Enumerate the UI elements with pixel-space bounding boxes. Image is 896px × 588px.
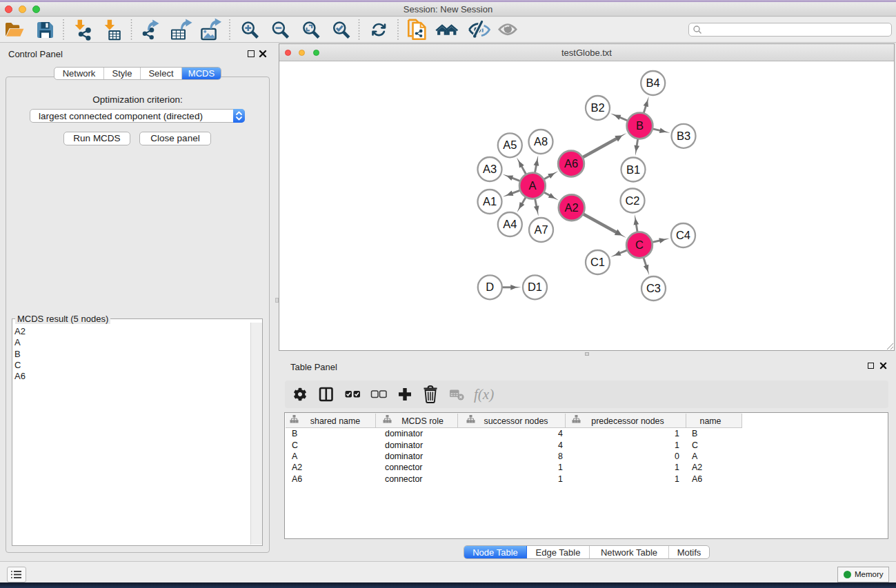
svg-text:D1: D1	[528, 281, 542, 293]
svg-text:A7: A7	[534, 223, 548, 236]
svg-text:B1: B1	[626, 163, 640, 176]
svg-text:C1: C1	[590, 256, 605, 268]
svg-text:A8: A8	[534, 135, 548, 148]
svg-text:A4: A4	[503, 218, 517, 230]
svg-text:D: D	[486, 281, 494, 293]
svg-text:A5: A5	[503, 139, 517, 151]
svg-text:B: B	[636, 119, 644, 132]
svg-text:f(x): f(x)	[474, 386, 494, 403]
svg-text:C2: C2	[625, 194, 639, 207]
svg-text:B3: B3	[677, 130, 690, 142]
svg-text:C3: C3	[646, 282, 661, 294]
svg-text:B4: B4	[646, 77, 660, 89]
svg-text:C4: C4	[676, 229, 690, 241]
svg-text:A1: A1	[483, 195, 497, 207]
svg-text:B2: B2	[590, 101, 604, 114]
svg-text:A2: A2	[565, 201, 579, 214]
svg-text:C: C	[635, 239, 644, 251]
svg-text:A6: A6	[564, 157, 578, 170]
svg-text:A3: A3	[483, 163, 497, 175]
svg-text:A: A	[528, 179, 536, 192]
